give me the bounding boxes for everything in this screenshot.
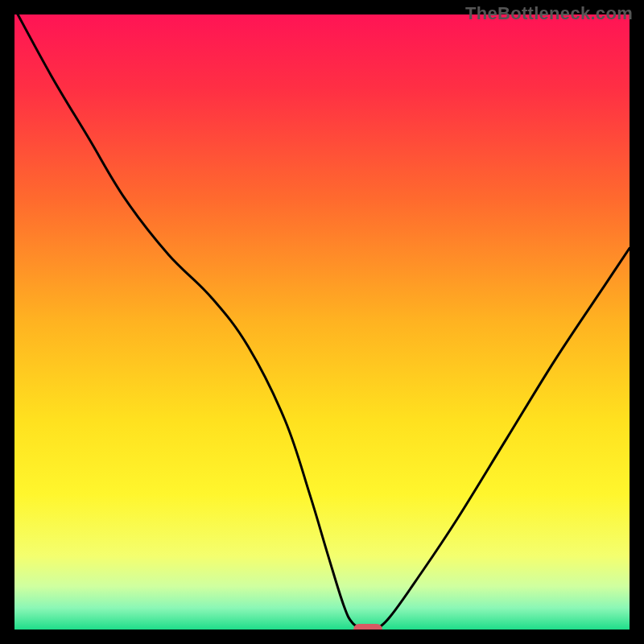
chart-frame: TheBottleneck.com [0, 0, 644, 644]
optimal-marker [353, 624, 382, 630]
bottleneck-curve [14, 14, 630, 630]
plot-area [14, 14, 630, 630]
watermark-text: TheBottleneck.com [465, 3, 633, 24]
